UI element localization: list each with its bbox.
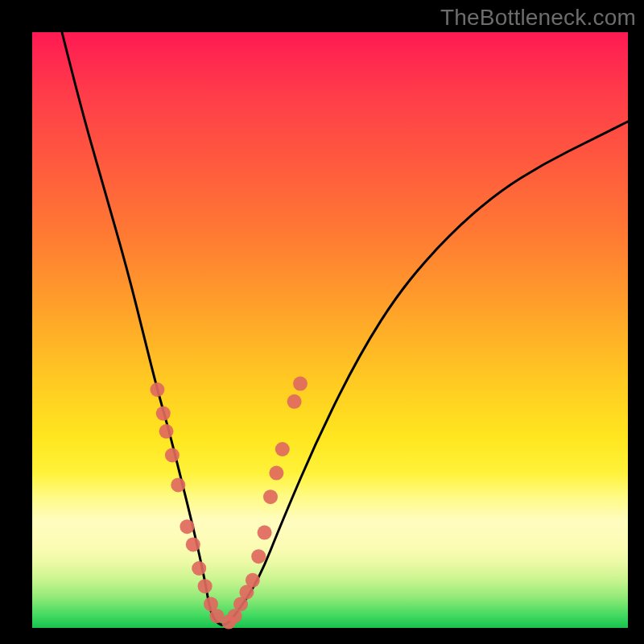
data-point-marker — [251, 549, 266, 564]
data-point-marker — [192, 561, 206, 576]
data-point-marker — [150, 382, 164, 397]
data-point-marker — [186, 537, 200, 551]
data-point-marker — [165, 448, 180, 462]
plot-area — [32, 32, 628, 628]
data-point-marker — [275, 442, 290, 456]
chart-frame: TheBottleneck.com — [0, 0, 644, 644]
data-point-marker — [269, 466, 283, 481]
bottleneck-curve — [62, 32, 628, 625]
data-point-marker — [156, 407, 171, 421]
data-point-marker — [198, 579, 213, 593]
data-point-marker — [258, 526, 272, 540]
data-point-marker — [287, 394, 302, 409]
data-point-marker — [159, 424, 174, 439]
watermark-text: TheBottleneck.com — [440, 5, 636, 31]
data-point-marker — [293, 377, 308, 391]
data-point-marker — [180, 519, 194, 534]
data-point-marker — [171, 477, 185, 492]
bottleneck-chart-svg — [32, 32, 628, 628]
data-point-marker — [263, 489, 278, 504]
data-point-markers — [150, 377, 308, 630]
data-point-marker — [246, 573, 260, 588]
